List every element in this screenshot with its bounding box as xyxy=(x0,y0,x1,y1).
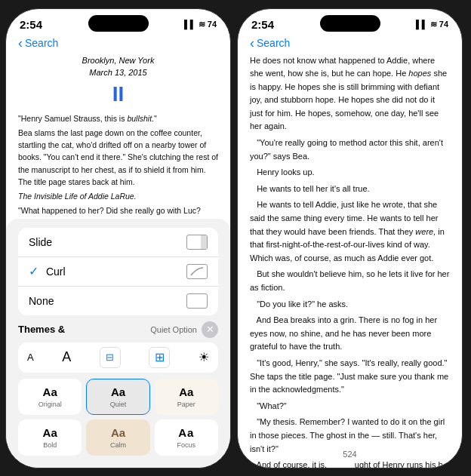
quiet-option-label: Quiet Option xyxy=(150,325,197,334)
font-increase-button[interactable]: ⊞ xyxy=(149,347,170,368)
theme-paper-label: Paper xyxy=(177,401,195,408)
book-content-left: Brooklyn, New YorkMarch 13, 2015 II "Hen… xyxy=(6,54,230,468)
font-decrease-button[interactable]: ⊟ xyxy=(100,347,121,368)
nav-bar-left: Search xyxy=(6,34,230,54)
theme-original-aa: Aa xyxy=(43,385,57,398)
transition-slide[interactable]: Slide xyxy=(18,228,218,257)
book-content-right: He does not know what happened to Addie,… xyxy=(238,54,462,468)
left-phone: 2:54 ▌▌ ≋ 74 Search Brooklyn, New YorkMa… xyxy=(5,8,231,468)
transition-none[interactable]: None xyxy=(18,287,218,315)
slide-icon xyxy=(186,235,208,250)
font-controls-row: A A ⊟ ⊞ ☀ xyxy=(18,342,218,373)
right-phone: 2:54 ▌▌ ≋ 74 Search He does not know wha… xyxy=(237,8,463,468)
theme-calm[interactable]: Aa Calm xyxy=(86,419,149,456)
theme-paper-aa: Aa xyxy=(179,385,193,398)
theme-original[interactable]: Aa Original xyxy=(18,379,82,415)
theme-quiet-label: Quiet xyxy=(110,401,127,408)
chapter-number: II xyxy=(18,82,218,106)
theme-paper[interactable]: Aa Paper xyxy=(155,379,218,415)
status-icons-right: ▌▌ ≋ 74 xyxy=(416,20,448,29)
app-container: 2:54 ▌▌ ≋ 74 Search Brooklyn, New YorkMa… xyxy=(5,8,466,468)
font-large-label: A xyxy=(62,349,71,365)
status-bar-left: 2:54 ▌▌ ≋ 74 xyxy=(6,9,230,34)
nav-bar-right: Search xyxy=(238,34,462,54)
page-number: 524 xyxy=(343,450,356,459)
themes-header: Themes & Quiet Option ✕ xyxy=(18,321,218,338)
back-button-right[interactable]: Search xyxy=(250,35,450,51)
theme-bold-label: Bold xyxy=(43,441,57,449)
brightness-icon: ☀ xyxy=(199,350,209,364)
transition-options: Slide ✓ Curl None xyxy=(18,228,218,315)
right-book-text: He does not know what happened to Addie,… xyxy=(250,54,450,468)
time-left: 2:54 xyxy=(20,18,42,31)
theme-focus[interactable]: Aa Focus xyxy=(155,419,218,456)
close-button[interactable]: ✕ xyxy=(202,321,218,338)
status-icons-left: ▌▌ ≋ 74 xyxy=(184,20,217,29)
theme-quiet[interactable]: Aa Quiet xyxy=(86,379,149,415)
theme-bold[interactable]: Aa Bold xyxy=(18,419,82,456)
themes-label: Themes & xyxy=(18,324,65,335)
theme-focus-label: Focus xyxy=(177,441,196,449)
theme-quiet-aa: Aa xyxy=(111,385,125,398)
time-right: 2:54 xyxy=(251,18,274,31)
theme-focus-aa: Aa xyxy=(178,426,194,439)
theme-grid: Aa Original Aa Quiet Aa Paper Aa Bold xyxy=(18,379,218,456)
theme-original-label: Original xyxy=(38,401,62,408)
overlay-panel: Slide ✓ Curl None xyxy=(6,219,230,468)
curl-icon xyxy=(186,264,208,279)
transition-curl[interactable]: ✓ Curl xyxy=(18,257,218,287)
book-header: Brooklyn, New YorkMarch 13, 2015 xyxy=(18,54,218,79)
theme-calm-label: Calm xyxy=(110,441,126,449)
none-icon xyxy=(186,293,208,309)
back-button-left[interactable]: Search xyxy=(18,35,218,51)
font-small-label: A xyxy=(27,352,34,363)
theme-bold-aa: Aa xyxy=(43,426,57,439)
theme-calm-aa: Aa xyxy=(111,426,125,439)
status-bar-right: 2:54 ▌▌ ≋ 74 xyxy=(238,9,462,34)
